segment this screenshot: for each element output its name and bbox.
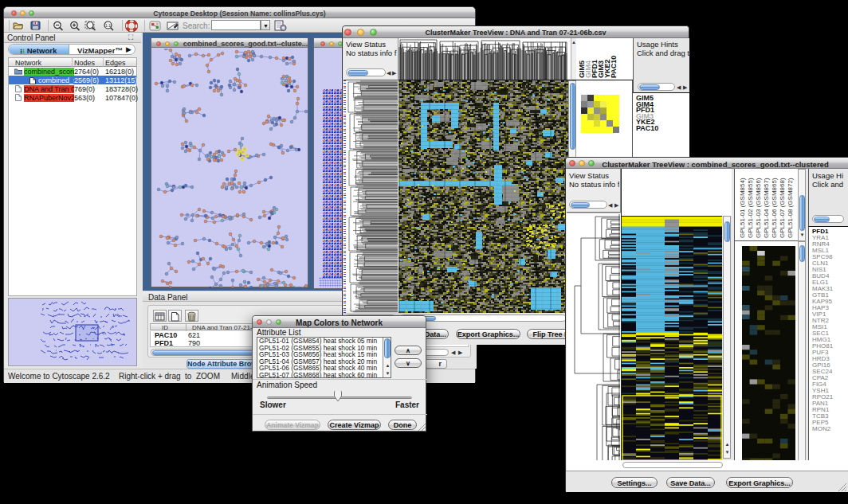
svg-text:1:1: 1:1 (105, 23, 111, 28)
